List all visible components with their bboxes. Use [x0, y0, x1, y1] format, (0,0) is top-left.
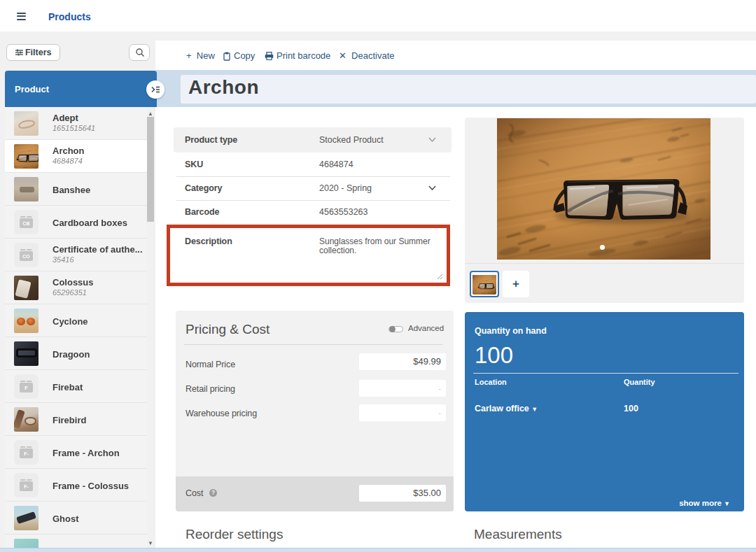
svg-text:F: F — [24, 385, 28, 390]
svg-text:CB: CB — [22, 221, 29, 226]
svg-text:CO: CO — [22, 254, 30, 259]
svg-text:F-: F- — [24, 451, 29, 456]
svg-text:F-: F- — [24, 484, 29, 489]
